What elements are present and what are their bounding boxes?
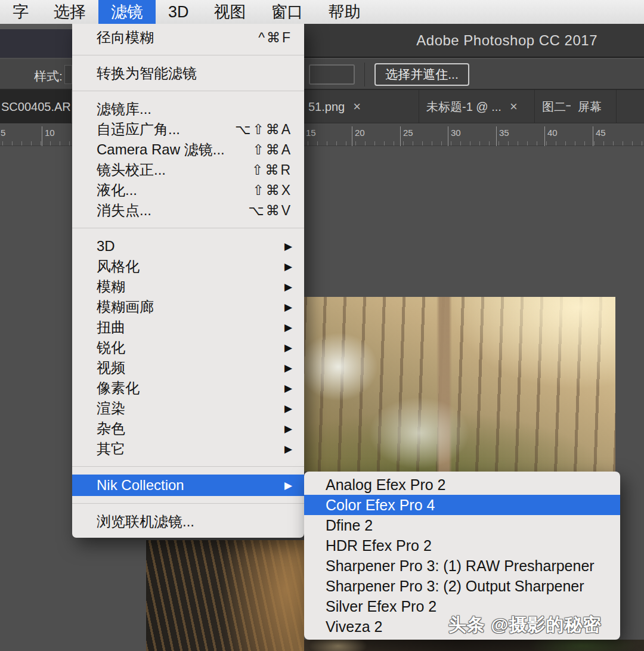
ruler-number: 15 [306,128,316,138]
tab-document-active[interactable]: SC00405.AR [0,90,71,123]
menu-item-label: 转换为智能滤镜 [97,64,292,83]
tab-document[interactable]: 51.png× [301,90,419,123]
filter-menu-panel: 径向模糊^⌘F转换为智能滤镜滤镜库...自适应广角...⌥⇧⌘ACamera R… [72,24,304,538]
menubar-item-label: 字 [13,1,29,23]
submenu-arrow-icon: ▶ [284,240,292,253]
filter-menu-item[interactable]: 液化...⇧⌘X [72,180,304,200]
titlebar-left-segment [0,24,72,58]
menubar-item[interactable]: 选择 [41,0,98,24]
submenu-item[interactable]: Sharpener Pro 3: (1) RAW Presharpener [304,556,620,576]
menubar-item[interactable]: 3D [156,0,202,24]
menu-item-label: 自适应广角... [97,120,235,139]
menu-item-label: 其它 [97,439,284,458]
submenu-arrow-icon: ▶ [284,443,292,455]
ruler-number: 30 [451,128,461,138]
tab-label: 图二十一.jpg... [542,99,571,115]
filter-menu-item[interactable] [72,48,304,63]
menu-bar: 字选择滤镜3D视图窗口帮助 [0,0,644,24]
tab-document[interactable]: 屏幕 [571,90,617,123]
filter-menu-item[interactable]: 杂色▶ [72,418,304,439]
submenu-item[interactable]: HDR Efex Pro 2 [304,535,620,556]
filter-menu-item[interactable]: 其它▶ [72,439,304,459]
filter-menu-item[interactable]: 自适应广角...⌥⇧⌘A [72,119,304,140]
ruler-tick [42,126,42,146]
filter-menu-item[interactable]: 模糊画廊▶ [72,297,304,317]
submenu-arrow-icon: ▶ [284,281,292,293]
watermark-text: 头条 @摄影的秘密 [448,613,602,637]
submenu-arrow-icon: ▶ [284,362,292,374]
tab-close-icon[interactable]: × [353,99,361,114]
menu-item-label: 渲染 [97,399,284,418]
filter-menu-item[interactable] [72,496,304,512]
submenu-item-label: Sharpener Pro 3: (1) RAW Presharpener [326,557,595,575]
ruler-tick [496,126,497,146]
canvas-photo-bottom-strip [304,640,644,651]
filter-menu-item[interactable]: 浏览联机滤镜... [72,512,304,532]
filter-menu-item[interactable]: 风格化▶ [72,256,304,277]
submenu-item-label: HDR Efex Pro 2 [326,537,432,554]
ruler-number: 5 [1,128,5,138]
menubar-item[interactable]: 帮助 [316,0,373,24]
style-picker[interactable] [64,65,72,84]
menu-item-label: Camera Raw 滤镜... [97,140,252,159]
tab-document[interactable]: 未标题-1 @ ...× [419,90,535,123]
filter-menu-item[interactable] [72,221,304,236]
menubar-item[interactable]: 窗口 [259,0,316,24]
filter-menu-item[interactable]: 模糊▶ [72,277,304,297]
ruler-number: 10 [45,128,55,138]
filter-menu-item[interactable]: 消失点...⌥⌘V [72,200,304,221]
filter-menu-item[interactable]: 滤镜库... [72,99,304,119]
ruler-number: 45 [596,128,606,138]
menu-item-label: 杂色 [97,419,284,438]
menubar-item-label: 帮助 [329,1,361,23]
select-and-mask-button[interactable]: 选择并遮住... [374,63,469,86]
filter-menu-item[interactable]: Camera Raw 滤镜...⇧⌘A [72,140,304,160]
canvas-photo-forest [304,297,615,472]
submenu-item[interactable]: Analog Efex Pro 2 [304,475,620,495]
app-title: Adobe Photoshop CC 2017 [416,32,597,49]
submenu-item[interactable]: Dfine 2 [304,515,620,535]
canvas-photo-tree-roots [146,540,304,651]
tab-document[interactable]: 图二十一.jpg...× [535,90,571,123]
menubar-item[interactable]: 字 [0,0,41,24]
submenu-arrow-icon: ▶ [284,301,292,314]
submenu-item-label: Sharpener Pro 3: (2) Output Sharpener [326,578,584,595]
ruler-tick [593,126,593,146]
feather-input[interactable] [309,64,355,85]
filter-menu-item[interactable] [72,83,304,99]
filter-menu-item[interactable]: 3D▶ [72,236,304,256]
menu-item-label: 像素化 [97,379,284,398]
menubar-item-label: 选择 [54,1,86,23]
menu-item-label: 滤镜库... [97,100,292,119]
filter-menu-item[interactable]: 扭曲▶ [72,317,304,337]
filter-menu-item[interactable] [72,459,304,475]
menu-item-label: 模糊 [97,277,284,296]
filter-menu-item[interactable]: 视频▶ [72,358,304,378]
menubar-item-label: 视图 [214,1,246,23]
filter-menu-item[interactable]: 镜头校正...⇧⌘R [72,160,304,180]
menubar-item[interactable]: 视图 [202,0,259,24]
submenu-arrow-icon: ▶ [284,479,292,492]
menubar-item[interactable]: 滤镜 [98,0,156,24]
submenu-item[interactable]: Color Efex Pro 4 [304,495,620,515]
menubar-item-label: 滤镜 [111,1,143,23]
menu-item-shortcut: ⇧⌘A [252,142,292,158]
filter-menu-item[interactable]: Nik Collection▶ [72,475,304,496]
filter-menu-item[interactable]: 像素化▶ [72,378,304,398]
ruler-tick [352,126,352,146]
submenu-item-label: Dfine 2 [326,517,373,534]
submenu-item[interactable]: Sharpener Pro 3: (2) Output Sharpener [304,576,620,596]
tab-close-icon[interactable]: × [510,99,518,114]
submenu-arrow-icon: ▶ [284,423,292,435]
submenu-arrow-icon: ▶ [284,321,292,334]
filter-menu-item[interactable]: 径向模糊^⌘F [72,27,304,48]
filter-menu-item[interactable]: 锐化▶ [72,337,304,358]
menu-item-shortcut: ⇧⌘X [252,182,292,199]
submenu-item-label: Silver Efex Pro 2 [326,598,436,615]
filter-menu-item[interactable]: 渲染▶ [72,398,304,418]
menu-item-shortcut: ⇧⌘R [252,162,292,178]
menu-item-shortcut: ^⌘F [258,30,292,46]
filter-menu-item[interactable]: 转换为智能滤镜 [72,63,304,83]
tab-label: 屏幕 [578,99,602,115]
tab-label: 51.png [308,100,345,114]
